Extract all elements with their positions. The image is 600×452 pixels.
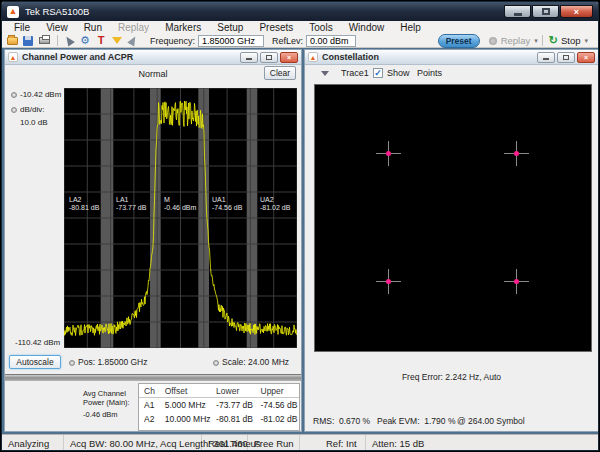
print-icon (39, 37, 50, 44)
constellation-panel-titlebar[interactable]: ▲ Constellation × (305, 50, 598, 65)
acpr-close-button[interactable]: × (280, 52, 298, 63)
print-button[interactable] (37, 35, 51, 47)
db-per-div-label[interactable]: dB/div: (11, 105, 44, 114)
panel-splitter[interactable] (5, 374, 301, 381)
menu-file[interactable]: File (6, 22, 38, 33)
preset-button[interactable]: Preset (438, 34, 480, 48)
position-control[interactable]: Pos: 1.85000 GHz (69, 357, 147, 367)
scale-control[interactable]: Scale: 24.00 MHz (213, 357, 289, 367)
select-tool-button[interactable] (62, 35, 76, 47)
symbol-dot (386, 151, 391, 156)
maximize-button[interactable] (532, 5, 559, 18)
menu-setup[interactable]: Setup (209, 22, 251, 33)
constellation-point (504, 269, 529, 294)
table-row: A1 5.000 MHz -73.77 dB -74.56 dB (139, 398, 299, 412)
stop-dropdown-icon[interactable]: ▾ (584, 37, 588, 45)
ref-level-top[interactable]: -10.42 dBm (11, 90, 61, 99)
reflev-label: RefLev: (272, 36, 303, 46)
constellation-toolbar: Trace1 ✓ Show Points (305, 67, 598, 82)
chevron-down-icon[interactable] (321, 71, 329, 76)
status-real-time: Real Time (202, 435, 248, 451)
acpr-panel-title: Channel Power and ACPR (22, 52, 133, 62)
menu-bar: File View Run Replay Markers Setup Prese… (2, 21, 598, 34)
status-state: Analyzing (2, 435, 64, 451)
clear-button[interactable]: Clear (264, 66, 296, 80)
panel-logo-icon: ▲ (308, 52, 318, 62)
symbol-dot (514, 151, 519, 156)
stop-run-icon: ↻ (549, 35, 558, 46)
cursor-icon (63, 35, 75, 47)
status-bar: Analyzing Acq BW: 80.00 MHz, Acq Length:… (2, 434, 598, 451)
maximize-icon (563, 55, 569, 60)
spinner-icon[interactable] (69, 360, 75, 366)
constellation-display[interactable] (314, 84, 592, 352)
menu-run[interactable]: Run (76, 22, 110, 33)
menu-markers[interactable]: Markers (157, 22, 209, 33)
marker-T-icon: T (98, 35, 105, 46)
spectrum-display[interactable]: LA2-80.81 dB LA1-73.77 dB M-0.46 dBm UA1… (64, 88, 297, 348)
channel-marker-UA1: UA1-74.56 dB (212, 196, 258, 212)
freq-error-readout: Freq Error: 2.242 Hz, Auto (305, 372, 598, 382)
symbol-dot (514, 279, 519, 284)
menu-presets[interactable]: Presets (251, 22, 301, 33)
acpr-panel-titlebar[interactable]: ▲ Channel Power and ACPR × (5, 50, 301, 65)
filter-button[interactable] (110, 35, 124, 47)
acpr-minimize-button[interactable] (240, 52, 258, 63)
close-icon: × (287, 54, 291, 61)
points-label[interactable]: Points (417, 68, 442, 78)
table-row: A2 10.000 MHz -80.81 dB -81.02 dB (139, 412, 299, 426)
title-bar: ▲ Tek RSA5100B × (2, 2, 598, 21)
window-title: Tek RSA5100B (25, 6, 89, 17)
minimize-button[interactable] (504, 5, 531, 18)
symbol-readout: @ 264.00 Symbol (457, 416, 525, 426)
acpr-maximize-button[interactable] (260, 52, 278, 63)
close-icon: × (584, 54, 588, 61)
replay-icon (489, 37, 497, 45)
menu-help[interactable]: Help (392, 22, 429, 33)
constellation-panel-title: Constellation (322, 52, 379, 62)
spinner-icon[interactable] (11, 107, 17, 113)
main-toolbar: ⚙ T Frequency: RefLev: Preset Replay ▾ ↻… (2, 34, 598, 48)
minimize-icon (543, 58, 549, 60)
trace-mode-label[interactable]: Normal (5, 69, 301, 79)
acpr-table: Ch Offset Lower Upper A1 5.000 MHz -73.7… (138, 383, 300, 431)
frequency-input[interactable] (198, 35, 264, 47)
reflev-input[interactable] (306, 35, 356, 47)
workspace: ▲ Channel Power and ACPR × Normal Clear … (2, 48, 598, 434)
menu-window[interactable]: Window (341, 22, 393, 33)
settings-button[interactable]: ⚙ (78, 35, 92, 47)
channel-marker-LA1: LA1-73.77 dB (116, 196, 162, 212)
constellation-panel: ▲ Constellation × Trace1 ✓ Show Points (304, 49, 599, 432)
minimize-icon (246, 58, 252, 60)
app-window: ▲ Tek RSA5100B × File View Run Replay Ma… (1, 1, 599, 451)
constellation-close-button[interactable]: × (577, 52, 595, 63)
constellation-minimize-button[interactable] (537, 52, 555, 63)
autoscale-button[interactable]: Autoscale (9, 355, 61, 369)
constellation-maximize-button[interactable] (557, 52, 575, 63)
menu-view[interactable]: View (38, 22, 76, 33)
maximize-icon (266, 55, 272, 60)
save-button[interactable] (21, 35, 35, 47)
avg-channel-power-label: Avg Channel Power (Main): (83, 389, 141, 407)
acpr-panel: ▲ Channel Power and ACPR × Normal Clear … (4, 49, 302, 432)
replay-dropdown-icon[interactable]: ▾ (534, 37, 538, 45)
toolbar-separator (57, 35, 58, 46)
close-button[interactable]: × (560, 5, 593, 18)
spinner-icon[interactable] (11, 92, 17, 98)
replay-label: Replay (501, 35, 531, 46)
menu-tools[interactable]: Tools (301, 22, 340, 33)
text-marker-button[interactable]: T (94, 35, 108, 47)
acpr-table-header: Ch Offset Lower Upper (139, 384, 299, 398)
ref-level-bottom: -110.42 dBm (15, 338, 60, 347)
peak-marker-button[interactable] (126, 35, 140, 47)
stop-button[interactable]: ↻ Stop ▾ (542, 35, 592, 46)
status-attenuation: Atten: 15 dB (366, 435, 430, 451)
trace1-label[interactable]: Trace1 (341, 68, 369, 78)
open-button[interactable] (5, 35, 19, 47)
avg-channel-power-value: -0.46 dBm (83, 410, 118, 419)
constellation-point (504, 141, 529, 166)
status-acquisition: Acq BW: 80.00 MHz, Acq Length: 361.460 u… (64, 435, 202, 451)
show-checkbox[interactable]: ✓ (373, 68, 383, 78)
spinner-icon[interactable] (213, 360, 219, 366)
maximize-icon (542, 8, 550, 15)
